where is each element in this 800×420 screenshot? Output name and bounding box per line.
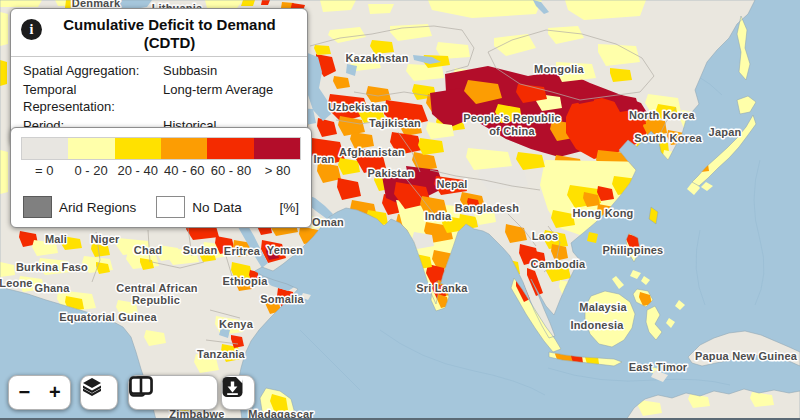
meta-label: Temporal Representation: <box>23 82 163 116</box>
meta-row-temporal: Temporal Representation: Long-term Avera… <box>23 81 295 117</box>
legend-extra-row: Arid Regions No Data [%] <box>23 196 299 218</box>
no-data-label: No Data <box>192 200 242 215</box>
map-label-laos: Laos <box>532 230 558 242</box>
legend-scale-labels: = 0 0 - 20 20 - 40 40 - 60 60 - 80 > 80 <box>21 163 301 178</box>
map-label-tanzania: Tanzania <box>197 348 246 360</box>
map-label-oman: Oman <box>312 216 344 228</box>
map-label-equatorial-guinea: Equatorial Guinea <box>59 311 157 323</box>
map-label-south-korea: South Korea <box>634 132 702 144</box>
legend-scale-label: 60 - 80 <box>208 163 255 178</box>
map-label-north-korea: North Korea <box>629 109 695 121</box>
map-label-mongolia: Mongolia <box>534 63 585 75</box>
map-label-niger: Niger <box>90 233 120 245</box>
view-mode-control <box>128 375 218 410</box>
layers-icon <box>81 376 103 398</box>
indicator-info-header: i Cumulative Deficit to Demand (CDTD) <box>11 9 307 57</box>
map-label-east-timor: East Timor <box>629 361 688 373</box>
legend-unit: [%] <box>279 200 299 215</box>
map-label-philippines: Philippines <box>603 244 664 256</box>
zoom-control[interactable]: − + <box>8 375 71 410</box>
map-label-tajikistan: Tajikistan <box>369 117 421 129</box>
map-label-kenya: Kenya <box>219 318 254 330</box>
legend-swatch-0 <box>22 138 68 159</box>
map-label-burkina-faso: Burkina Faso <box>16 261 88 273</box>
meta-label: Spatial Aggregation: <box>23 63 163 80</box>
map-label-bangladesh: Bangladesh <box>455 202 519 214</box>
map-label-yemen: Yemen <box>267 244 304 256</box>
legend-color-scale <box>21 137 301 160</box>
map-label-ghana: Ghana <box>34 282 70 294</box>
map-label-leone: Leone <box>0 277 33 289</box>
map-label-indonesia: Indonesia <box>570 319 624 331</box>
info-icon: i <box>21 19 42 40</box>
arid-regions-swatch <box>23 196 52 218</box>
legend-scale-label: = 0 <box>21 163 68 178</box>
indicator-info-panel: i Cumulative Deficit to Demand (CDTD) Sp… <box>10 8 308 146</box>
map-label-somalia: Somalia <box>260 293 304 305</box>
map-label-chad: Chad <box>134 244 162 256</box>
legend-scale-label: 0 - 20 <box>68 163 115 178</box>
map-application: Denmark Lithuania Kazakhstan Mongolia Uz… <box>0 0 800 420</box>
no-data-swatch <box>156 196 185 218</box>
map-label-japan: Japan <box>709 126 742 138</box>
map-label-malaysia: Malaysia <box>579 301 627 313</box>
map-label-kazakhstan: Kazakhstan <box>345 52 408 64</box>
map-label-india: India <box>425 210 452 222</box>
map-label-uzbekistan: Uzbekistan <box>328 101 388 113</box>
layers-button[interactable] <box>80 375 118 410</box>
indicator-title: Cumulative Deficit to Demand (CDTD) <box>42 16 297 52</box>
map-label-papua-new-guinea: Papua New Guinea <box>695 350 798 362</box>
map-label-cambodia: Cambodia <box>531 258 586 270</box>
meta-value: Long-term Average <box>163 82 295 116</box>
legend-panel: = 0 0 - 20 20 - 40 40 - 60 60 - 80 > 80 … <box>10 127 312 228</box>
legend-swatch-4 <box>207 138 253 159</box>
map-label-sri-lanka: Sri Lanka <box>416 282 468 294</box>
map-label-eritrea: Eritrea <box>224 245 261 257</box>
legend-scale-label: > 80 <box>254 163 301 178</box>
legend-scale-label: 40 - 60 <box>161 163 208 178</box>
map-label-mali: Mali <box>45 233 67 245</box>
map-label-car-2: Republic <box>132 294 180 306</box>
map-label-car-1: Central African <box>116 282 198 294</box>
download-icon <box>222 376 243 398</box>
arid-regions-label: Arid Regions <box>59 200 136 215</box>
map-label-pakistan: Pakistan <box>368 167 415 179</box>
map-label-afghanistan: Afghanistan <box>339 146 405 158</box>
map-label-hong-kong: Hong Kong <box>572 207 633 219</box>
zoom-out-button[interactable]: − <box>9 376 40 409</box>
meta-value: Subbasin <box>163 63 295 80</box>
split-panel-icon[interactable] <box>129 376 153 395</box>
map-label-china-1: People's Republic <box>463 112 561 124</box>
map-label-china-2: of China <box>489 125 535 137</box>
legend-swatch-5 <box>254 138 300 159</box>
legend-swatch-2 <box>115 138 161 159</box>
meta-row-spatial: Spatial Aggregation: Subbasin <box>23 62 295 81</box>
zoom-in-button[interactable]: + <box>40 376 71 409</box>
map-label-nepal: Nepal <box>437 178 468 190</box>
map-label-ethiopia: Ethiopia <box>223 275 269 287</box>
map-label-sudan: Sudan <box>183 244 218 256</box>
legend-swatch-1 <box>68 138 114 159</box>
map-label-iran: Iran <box>314 153 335 165</box>
legend-swatch-3 <box>161 138 207 159</box>
legend-scale-label: 20 - 40 <box>114 163 161 178</box>
download-button[interactable] <box>221 375 255 410</box>
